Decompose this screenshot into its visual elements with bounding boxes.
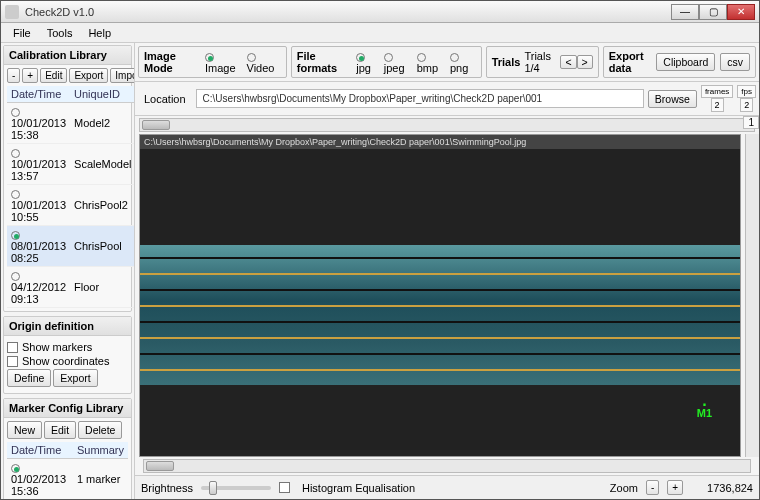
horizontal-scrollbar[interactable] xyxy=(143,459,751,473)
image-mode-label: Image Mode xyxy=(144,50,200,74)
close-button[interactable]: ✕ xyxy=(727,4,755,20)
calibration-table[interactable]: Date/TimeUniqueID 10/01/2013 15:38Model2… xyxy=(7,86,135,308)
window-title: Check2D v1.0 xyxy=(25,6,671,18)
show-markers-label: Show markers xyxy=(22,341,92,353)
location-row: Location C:\Users\hwbsrg\Documents\My Dr… xyxy=(135,82,759,116)
jpeg-radio[interactable] xyxy=(384,53,393,62)
sidebar: Calibration Library - + Edit Export Impo… xyxy=(1,43,135,499)
minimize-button[interactable]: — xyxy=(671,4,699,20)
show-coordinates-label: Show coordinates xyxy=(22,355,109,367)
mconfig-delete-button[interactable]: Delete xyxy=(78,421,122,439)
viewer-filepath: C:\Users\hwbsrg\Documents\My Dropbox\Pap… xyxy=(140,135,740,149)
table-row: 10/01/2013 10:55ChrisPool2 xyxy=(7,185,135,226)
table-row: 10/01/2013 15:38Model2 xyxy=(7,103,135,144)
histogram-equalisation-checkbox[interactable] xyxy=(279,482,290,493)
calibration-library-title: Calibration Library xyxy=(4,46,131,65)
trials-prev-button[interactable]: < xyxy=(560,55,576,69)
origin-definition-panel: Origin definition Show markers Show coor… xyxy=(3,316,132,394)
clipboard-button[interactable]: Clipboard xyxy=(656,53,715,71)
titlebar: Check2D v1.0 — ▢ ✕ xyxy=(1,1,759,23)
marker-config-library-panel: Marker Config Library New Edit Delete Da… xyxy=(3,398,132,499)
fps-value: 2 xyxy=(740,98,753,112)
csv-button[interactable]: csv xyxy=(720,53,750,71)
trials-value: Trials 1/4 xyxy=(524,50,556,74)
calib-add-button[interactable]: + xyxy=(22,68,38,83)
col-datetime: Date/Time xyxy=(7,442,73,459)
table-row: 04/12/2012 09:13Floor xyxy=(7,267,135,308)
origin-title: Origin definition xyxy=(4,317,131,336)
frame-number: 1 xyxy=(743,116,759,129)
table-row: 10/01/2013 13:57ScaleModel xyxy=(7,144,135,185)
browse-button[interactable]: Browse xyxy=(648,90,697,108)
mconfig-new-button[interactable]: New xyxy=(7,421,42,439)
trials-next-button[interactable]: > xyxy=(577,55,593,69)
maximize-button[interactable]: ▢ xyxy=(699,4,727,20)
menu-file[interactable]: File xyxy=(5,25,39,41)
brightness-slider[interactable] xyxy=(201,486,271,490)
top-toolbar: Image Mode Image Video File formats jpg … xyxy=(135,43,759,82)
image-viewer[interactable]: C:\Users\hwbsrg\Documents\My Dropbox\Pap… xyxy=(139,134,741,457)
video-radio[interactable] xyxy=(247,53,256,62)
brightness-label: Brightness xyxy=(141,482,193,494)
fps-label: fps xyxy=(737,85,756,98)
zoom-in-button[interactable]: + xyxy=(667,480,683,495)
jpg-radio[interactable] xyxy=(356,53,365,62)
image-mode-group: Image Mode Image Video xyxy=(138,46,287,78)
main-area: Image Mode Image Video File formats jpg … xyxy=(135,43,759,499)
bottom-bar: Brightness Histogram Equalisation Zoom -… xyxy=(135,475,759,499)
zoom-out-button[interactable]: - xyxy=(646,480,659,495)
col-uniqueid: UniqueID xyxy=(70,86,135,103)
col-datetime: Date/Time xyxy=(7,86,70,103)
calib-import-button[interactable]: Import xyxy=(110,68,135,83)
marker-config-title: Marker Config Library xyxy=(4,399,131,418)
origin-export-button[interactable]: Export xyxy=(53,369,97,387)
frames-label: frames xyxy=(701,85,733,98)
menu-help[interactable]: Help xyxy=(80,25,119,41)
file-formats-label: File formats xyxy=(297,50,352,74)
trials-label: Trials xyxy=(492,56,521,68)
calib-edit-button[interactable]: Edit xyxy=(40,68,67,83)
define-button[interactable]: Define xyxy=(7,369,51,387)
show-coordinates-checkbox[interactable] xyxy=(7,356,18,367)
png-radio[interactable] xyxy=(450,53,459,62)
zoom-label: Zoom xyxy=(610,482,638,494)
marker-m1[interactable]: M1 xyxy=(697,403,712,419)
menubar: File Tools Help xyxy=(1,23,759,43)
mconfig-edit-button[interactable]: Edit xyxy=(44,421,76,439)
bmp-radio[interactable] xyxy=(417,53,426,62)
location-path: C:\Users\hwbsrg\Documents\My Dropbox\Pap… xyxy=(196,89,644,108)
calibration-library-panel: Calibration Library - + Edit Export Impo… xyxy=(3,45,132,312)
trials-group: Trials Trials 1/4 < > xyxy=(486,46,599,78)
marker-config-table[interactable]: Date/TimeSummary 01/02/2013 15:361 marke… xyxy=(7,442,128,499)
export-data-label: Export data xyxy=(609,50,652,74)
file-formats-group: File formats jpg jpeg bmp png xyxy=(291,46,482,78)
frame-slider[interactable] xyxy=(139,118,755,132)
vertical-scrollbar[interactable] xyxy=(745,134,759,457)
cursor-coords: 1736,824 xyxy=(707,482,753,494)
calib-export-button[interactable]: Export xyxy=(69,68,108,83)
menu-tools[interactable]: Tools xyxy=(39,25,81,41)
export-data-group: Export data Clipboard csv xyxy=(603,46,756,78)
app-icon xyxy=(5,5,19,19)
location-label: Location xyxy=(138,93,192,105)
frames-value: 2 xyxy=(711,98,724,112)
image-radio[interactable] xyxy=(205,53,214,62)
col-summary: Summary xyxy=(73,442,128,459)
show-markers-checkbox[interactable] xyxy=(7,342,18,353)
calib-remove-button[interactable]: - xyxy=(7,68,20,83)
histogram-equalisation-label: Histogram Equalisation xyxy=(302,482,415,494)
table-row: 01/02/2013 15:361 marker xyxy=(7,459,128,500)
table-row: 08/01/2013 08:25ChrisPool xyxy=(7,226,135,267)
